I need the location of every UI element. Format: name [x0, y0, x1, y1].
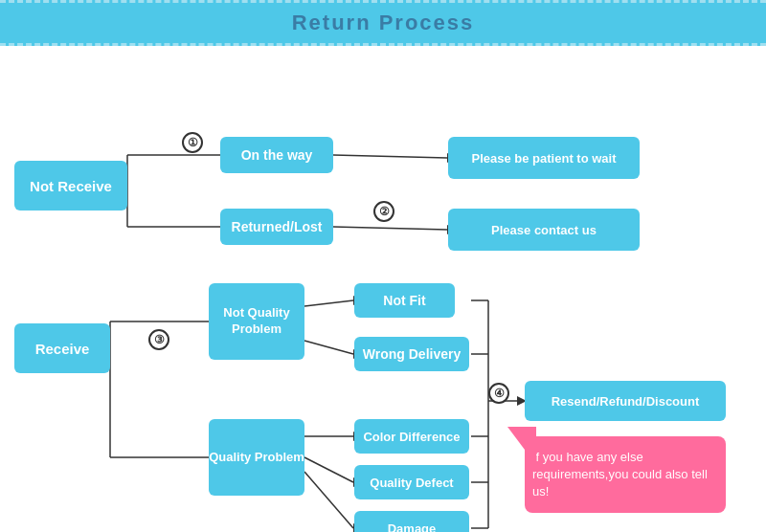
receive-box: Receive: [14, 323, 110, 373]
quality-defect-box: Quality Defect: [354, 465, 469, 499]
main-content: Not Receive On the way Returned/Lost Ple…: [0, 46, 766, 532]
color-diff-box: Color Difference: [354, 419, 469, 454]
please-wait-box: Please be patient to wait: [448, 137, 640, 179]
on-the-way-box: On the way: [220, 137, 333, 173]
resend-box: Resend/Refund/Discount: [525, 381, 726, 421]
wrong-delivery-box: Wrong Delivery: [354, 337, 469, 371]
pink-bubble: If you have any else requirements,you co…: [525, 436, 726, 513]
svg-line-18: [304, 457, 353, 482]
header: Return Process: [0, 0, 766, 46]
not-receive-box: Not Receive: [14, 161, 127, 211]
circle-3: ③: [148, 329, 169, 350]
not-fit-box: Not Fit: [354, 283, 455, 318]
circle-4: ④: [488, 383, 509, 404]
svg-line-20: [304, 472, 353, 528]
circle-2: ②: [373, 201, 394, 222]
damage-box: Damage: [354, 511, 469, 532]
quality-problem-box: Quality Problem: [209, 419, 304, 496]
svg-line-14: [304, 341, 353, 354]
circle-1: ①: [182, 132, 203, 153]
svg-line-6: [333, 227, 447, 230]
contact-us-box: Please contact us: [448, 209, 640, 251]
page-title: Return Process: [0, 0, 766, 46]
returned-lost-box: Returned/Lost: [220, 209, 333, 245]
not-quality-box: Not Quality Problem: [209, 283, 304, 360]
svg-line-4: [333, 155, 447, 158]
svg-line-12: [304, 300, 353, 306]
